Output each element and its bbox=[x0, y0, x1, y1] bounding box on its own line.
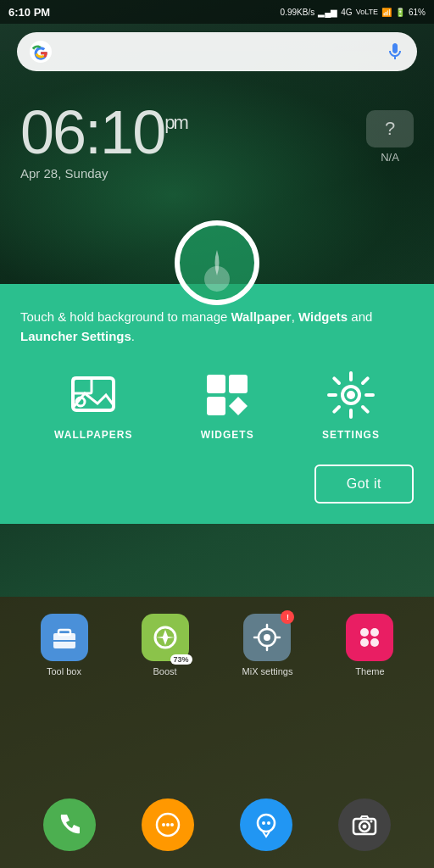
svg-point-32 bbox=[370, 821, 373, 823]
svg-rect-10 bbox=[58, 630, 70, 635]
dock-phone[interactable] bbox=[43, 798, 96, 851]
chat-icon bbox=[253, 811, 280, 838]
svg-point-8 bbox=[347, 391, 355, 399]
svg-point-25 bbox=[170, 823, 174, 826]
dock-messages[interactable] bbox=[142, 798, 194, 851]
search-input[interactable] bbox=[59, 32, 378, 71]
mix-settings-badge: ! bbox=[281, 610, 294, 624]
status-time: 6:10 PM bbox=[8, 6, 50, 19]
status-right-icons: 0.99KB/s ▂▄▆ 4G VoLTE 📶 🔋 61% bbox=[281, 8, 426, 17]
mix-settings-name: MiX settings bbox=[242, 666, 293, 676]
widgets-icon bbox=[202, 370, 253, 420]
home-bottom-area: Tool box 73% Boost bbox=[0, 597, 434, 868]
dock-camera[interactable] bbox=[338, 798, 391, 851]
status-bar: 6:10 PM 0.99KB/s ▂▄▆ 4G VoLTE 📶 🔋 61% bbox=[0, 0, 434, 24]
clock-time: 06:10pm bbox=[20, 102, 187, 163]
boost-badge: 73% bbox=[170, 654, 192, 665]
clock-widget: 06:10pm Apr 28, Sunday bbox=[20, 102, 187, 181]
svg-rect-5 bbox=[229, 375, 248, 393]
toolbox-svg bbox=[50, 623, 79, 652]
svg-point-20 bbox=[360, 638, 369, 647]
tooltip-panel: Touch & hold background to manage Wallpa… bbox=[0, 284, 434, 524]
settings-icon bbox=[326, 370, 376, 420]
wifi-icon: 📶 bbox=[381, 8, 392, 17]
boost-icon: 73% bbox=[142, 614, 189, 661]
svg-point-18 bbox=[360, 628, 369, 637]
tooltip-settings-bold: Launcher Settings bbox=[20, 329, 131, 343]
widgets-label: WIDGETS bbox=[201, 429, 254, 441]
tooltip-icons-row: WALLPAPERS WIDGETS SETTINGS bbox=[20, 370, 414, 441]
theme-svg bbox=[355, 623, 384, 652]
tooltip-widgets-bold: Widgets bbox=[298, 309, 348, 324]
network-type: 4G bbox=[341, 8, 352, 17]
got-it-button[interactable]: Got it bbox=[314, 465, 414, 504]
widgets-item[interactable]: WIDGETS bbox=[201, 370, 254, 441]
mic-icon[interactable] bbox=[385, 42, 405, 62]
app-row-1: Tool box 73% Boost bbox=[0, 614, 434, 676]
messages-icon bbox=[154, 811, 181, 838]
weather-widget: ? N/A bbox=[366, 110, 414, 164]
boost-name: Boost bbox=[153, 666, 176, 676]
weather-icon: ? bbox=[366, 110, 414, 147]
svg-point-23 bbox=[162, 823, 165, 826]
svg-rect-4 bbox=[207, 375, 225, 393]
app-toolbox[interactable]: Tool box bbox=[41, 614, 88, 676]
signal-bars: ▂▄▆ bbox=[318, 8, 337, 17]
phone-icon bbox=[56, 811, 83, 838]
network-speed: 0.99KB/s bbox=[281, 8, 315, 17]
svg-point-21 bbox=[370, 638, 379, 647]
wallpapers-item[interactable]: WALLPAPERS bbox=[54, 370, 132, 441]
svg-point-31 bbox=[363, 825, 367, 829]
battery-level: 61% bbox=[409, 8, 426, 17]
svg-rect-6 bbox=[207, 397, 225, 415]
mix-settings-icon: ! bbox=[243, 614, 291, 661]
camera-icon bbox=[351, 811, 378, 838]
settings-label: SETTINGS bbox=[322, 429, 380, 441]
mix-settings-svg bbox=[253, 623, 281, 652]
clock-date: Apr 28, Sunday bbox=[20, 166, 187, 181]
app-theme[interactable]: Theme bbox=[346, 614, 393, 676]
search-bar[interactable] bbox=[17, 32, 417, 71]
dock-row bbox=[0, 798, 434, 851]
svg-point-13 bbox=[264, 634, 270, 641]
svg-point-19 bbox=[370, 628, 379, 637]
weather-value: N/A bbox=[366, 151, 414, 164]
svg-point-28 bbox=[267, 821, 270, 825]
boost-svg bbox=[151, 623, 180, 652]
svg-point-27 bbox=[262, 821, 265, 825]
svg-point-24 bbox=[166, 823, 170, 826]
theme-name: Theme bbox=[355, 666, 384, 676]
app-boost[interactable]: 73% Boost bbox=[142, 614, 189, 676]
battery-icon: 🔋 bbox=[395, 8, 405, 17]
google-logo bbox=[29, 40, 53, 64]
launcher-circle[interactable] bbox=[175, 220, 259, 305]
tooltip-description: Touch & hold background to manage Wallpa… bbox=[20, 308, 414, 346]
tooltip-wallpaper-bold: Wallpaper bbox=[231, 309, 292, 324]
launcher-circle-icon bbox=[196, 242, 238, 284]
volte-icon: VoLTE bbox=[356, 8, 378, 16]
app-mix-settings[interactable]: ! MiX settings bbox=[242, 614, 293, 676]
dock-chat[interactable] bbox=[240, 798, 292, 851]
svg-rect-2 bbox=[73, 378, 92, 393]
wallpapers-label: WALLPAPERS bbox=[54, 429, 132, 441]
svg-marker-7 bbox=[229, 397, 248, 415]
settings-item[interactable]: SETTINGS bbox=[322, 370, 380, 441]
toolbox-name: Tool box bbox=[47, 666, 81, 676]
toolbox-icon bbox=[41, 614, 88, 661]
wallpapers-icon bbox=[68, 370, 119, 420]
svg-point-26 bbox=[258, 815, 275, 832]
theme-icon bbox=[346, 614, 393, 661]
